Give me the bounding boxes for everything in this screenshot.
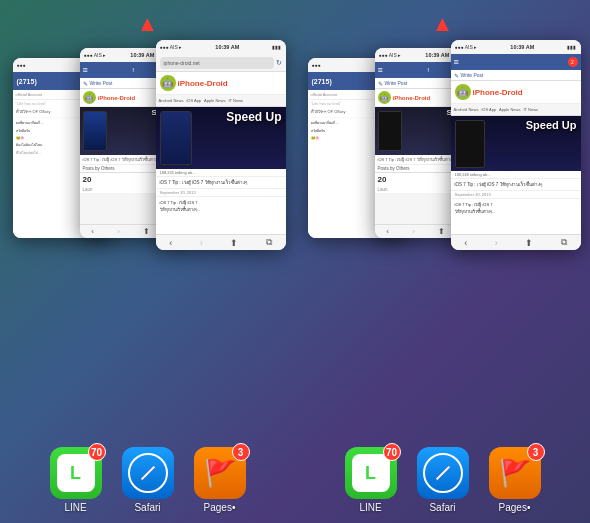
ais-label-mid-r: ●●● AIS ▸: [379, 52, 402, 58]
hamburger-icon-mid: ≡: [83, 65, 88, 75]
ios7-tip-text-1-r: iOS 7 Tip : เร่งผู้ iOS 7: [455, 201, 577, 208]
ios7-tip-text-2-r: ให้ทุกงานเร็วขึ้นต่างๆ...: [455, 208, 577, 215]
left-dock-icons: L 70 LINE: [50, 447, 246, 513]
ios7-tip-text-1: iOS 7 Tip : เร่งผู้ iOS 7: [160, 199, 282, 206]
url-bar-front[interactable]: iphone-droid.net ↻: [156, 54, 286, 72]
left-dock-pages[interactable]: 🚩 3 Pages•: [194, 447, 246, 513]
safari-compass-left: [128, 453, 168, 493]
android-robot-mid-r: 🤖: [378, 91, 391, 104]
bottom-toolbar-front-r[interactable]: ‹ › ⬆ ⧉: [451, 234, 581, 250]
phone-img-mid: [83, 111, 107, 151]
fb-badge-num-r: 2: [571, 59, 574, 65]
line-badge-left: 70: [88, 443, 106, 461]
forward-icon-front[interactable]: ›: [200, 238, 203, 248]
pages-badge-left: 3: [232, 443, 250, 461]
left-dock: L 70 LINE: [0, 423, 295, 523]
site-name-mid-r: iPhone-Droid: [393, 95, 431, 101]
android-robot-front: 🤖: [160, 75, 176, 91]
right-dock-safari[interactable]: Safari: [417, 447, 469, 513]
pages-badge-right: 3: [527, 443, 545, 461]
refresh-icon-front[interactable]: ↻: [276, 59, 282, 67]
line-icon-wrapper-r: L 70: [345, 447, 397, 499]
hamburger-front-r: ≡: [454, 57, 459, 67]
line-letter-r: L: [365, 463, 376, 484]
chat-count-label: (2715): [17, 78, 37, 85]
pages-label-right: Pages•: [499, 502, 531, 513]
right-dock-pages[interactable]: 🚩 3 Pages•: [489, 447, 541, 513]
line-label-left: LINE: [64, 502, 86, 513]
nav-tabs-front-r: Android News iOS App Apple News IT News: [451, 104, 581, 116]
line-badge-right: 70: [383, 443, 401, 461]
safari-icon-wrapper-r: [417, 447, 469, 499]
pages-icon-wrapper: 🚩 3: [194, 447, 246, 499]
front-phone-left[interactable]: ●●● AIS ▸ 10:39 AM ▮▮▮ iphone-droid.net …: [156, 40, 286, 250]
line-label-right: LINE: [359, 502, 381, 513]
fb-header-front-r: ≡ 2: [451, 54, 581, 70]
time-front-r: 10:39 AM: [510, 44, 534, 50]
url-input-front[interactable]: iphone-droid.net: [160, 57, 274, 69]
left-phones-area[interactable]: ●●● ▮▯ (2715) 🐻 official Acco: [0, 40, 295, 423]
right-dock-line[interactable]: L 70 LINE: [345, 447, 397, 513]
status-bar-front-right: ●●● AIS ▸ 10:39 AM ▮▮▮: [451, 40, 581, 54]
url-text-front: iphone-droid.net: [164, 60, 200, 66]
left-dock-safari[interactable]: Safari: [122, 447, 174, 513]
line-letter: L: [70, 463, 81, 484]
right-arrow-area: ▲ ▲ ▲: [295, 0, 590, 40]
forward-icon-front-r[interactable]: ›: [495, 238, 498, 248]
time-mid: 10:39 AM: [130, 52, 154, 58]
tabs-icon-front[interactable]: ⧉: [266, 237, 272, 248]
right-half: ▲ ▲ ▲ ●●● ▮▯ (2715): [295, 0, 590, 523]
right-dock: L 70 LINE: [295, 423, 590, 523]
left-phone-stack: ●●● ▮▯ (2715) 🐻 official Acco: [8, 40, 288, 255]
speed-up-hero-front: Speed Up: [156, 107, 286, 169]
left-half: ▲ ▲ ▲ ●●● ▮▯ (2715): [0, 0, 295, 523]
ios7-tip-front: iOS 7 Tip : เร่งผู้ iOS 7 ให้ทุกงานเร็วข…: [156, 197, 286, 234]
tab-apple-r: Apple News: [499, 107, 520, 112]
safari-label-right: Safari: [429, 502, 455, 513]
pencil-icon-mid: ✎: [83, 80, 88, 87]
tab-android-r: Android News: [454, 107, 479, 112]
right-phones-area[interactable]: ●●● ▮▯ (2715) 🐻 official Acco: [295, 40, 590, 423]
write-post-text-front-r: Write Post: [461, 72, 484, 78]
back-icon-mid-r[interactable]: ‹: [386, 227, 389, 236]
right-dock-icons: L 70 LINE: [345, 447, 541, 513]
pages-flag-icon-right: 🚩: [499, 458, 531, 489]
ais-label-front-r: ●●● AIS ▸: [455, 44, 478, 50]
article-title-front-r: iOS 7 Tip : เร่งผู้ iOS 7 ให้ทุกงานเร็วข…: [451, 179, 581, 191]
status-bar-front-left: ●●● AIS ▸ 10:39 AM ▮▮▮: [156, 40, 286, 54]
share-icon-mid-r[interactable]: ⬆: [438, 227, 445, 236]
ios7-tip-front-r: iOS 7 Tip : เร่งผู้ iOS 7 ให้ทุกงานเร็วข…: [451, 199, 581, 234]
left-up-arrow: ▲: [137, 11, 159, 37]
forward-icon-mid[interactable]: ›: [117, 227, 120, 236]
back-icon-front-r[interactable]: ‹: [464, 238, 467, 248]
battery-front: ▮▮▮: [272, 44, 281, 50]
line-inner-left: L: [57, 454, 95, 492]
safari-app-icon-left[interactable]: [122, 447, 174, 499]
phone-screen-img-mid: [84, 112, 106, 150]
front-phone-right[interactable]: ●●● AIS ▸ 10:39 AM ▮▮▮ ≡ 2: [451, 40, 581, 250]
site-name-mid: iPhone-Droid: [98, 95, 136, 101]
safari-app-icon-right[interactable]: [417, 447, 469, 499]
site-name-front: iPhone-Droid: [178, 79, 228, 88]
bottom-toolbar-front[interactable]: ‹ › ⬆ ⧉: [156, 234, 286, 250]
share-icon-front-r[interactable]: ⬆: [525, 238, 533, 248]
back-icon-mid[interactable]: ‹: [91, 227, 94, 236]
tab-it: IT News: [228, 98, 243, 103]
share-icon-front[interactable]: ⬆: [230, 238, 238, 248]
back-icon-front[interactable]: ‹: [169, 238, 172, 248]
write-post-label-mid: Write Post: [90, 80, 113, 86]
time-mid-r: 10:39 AM: [425, 52, 449, 58]
tabs-icon-front-r[interactable]: ⧉: [561, 237, 567, 248]
share-icon-mid[interactable]: ⬆: [143, 227, 150, 236]
tab-ios-r: iOS App: [481, 107, 496, 112]
nav-tabs-front: Android News iOS App Apple News IT News: [156, 95, 286, 107]
left-dock-line[interactable]: L 70 LINE: [50, 447, 102, 513]
tab-ios: iOS App: [186, 98, 201, 103]
safari-compass-right: [423, 453, 463, 493]
tab-it-r: IT News: [523, 107, 538, 112]
phone-hero-img: [160, 111, 192, 165]
tab-apple: Apple News: [204, 98, 225, 103]
forward-icon-mid-r[interactable]: ›: [412, 227, 415, 236]
iphone-droid-logo-front: 🤖 iPhone-Droid: [156, 72, 286, 95]
date-front-r: September 20, 2013: [451, 191, 581, 199]
